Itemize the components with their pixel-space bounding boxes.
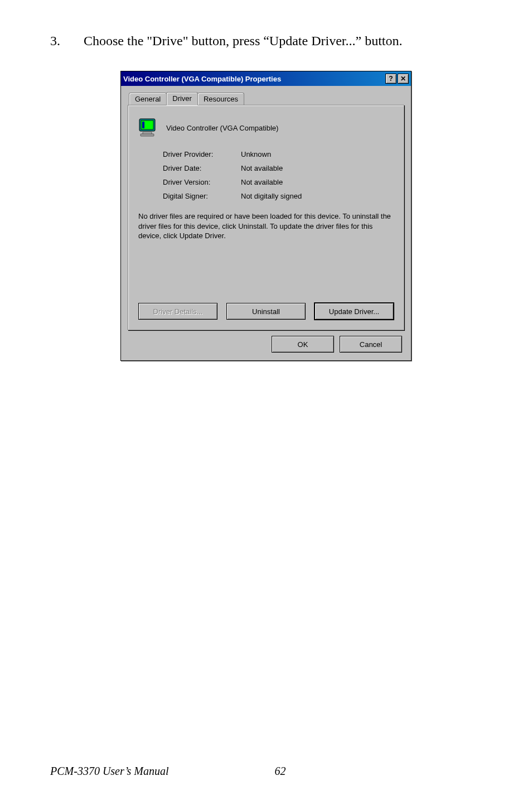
instruction-step: 3. Choose the "Drive" button, press “Upd… bbox=[50, 33, 482, 49]
dialog-buttons: OK Cancel bbox=[128, 330, 404, 354]
driver-properties: Driver Provider: Unknown Driver Date: No… bbox=[163, 150, 396, 200]
cancel-button[interactable]: Cancel bbox=[340, 336, 402, 353]
prop-row: Driver Date: Not available bbox=[163, 164, 396, 172]
prop-label-provider: Driver Provider: bbox=[163, 150, 241, 158]
page-footer: PCM-3370 User’s Manual 62 bbox=[50, 765, 482, 778]
step-number: 3. bbox=[50, 33, 67, 49]
tabs-row: General Driver Resources bbox=[129, 91, 404, 105]
ok-button[interactable]: OK bbox=[272, 336, 334, 353]
close-button[interactable]: ✕ bbox=[398, 74, 409, 84]
button-label: Update Driver... bbox=[329, 307, 379, 316]
svg-rect-4 bbox=[141, 134, 154, 136]
prop-value-version: Not available bbox=[241, 178, 396, 186]
tab-content: Video Controller (VGA Compatible) Driver… bbox=[128, 105, 404, 330]
tab-label: Resources bbox=[204, 95, 238, 103]
prop-row: Digital Signer: Not digitally signed bbox=[163, 192, 396, 200]
prop-row: Driver Version: Not available bbox=[163, 178, 396, 186]
prop-label-version: Driver Version: bbox=[163, 178, 241, 186]
device-header: Video Controller (VGA Compatible) bbox=[138, 118, 394, 138]
prop-value-provider: Unknown bbox=[241, 150, 396, 158]
svg-rect-3 bbox=[143, 132, 152, 134]
step-text: Choose the "Drive" button, press “Update… bbox=[84, 33, 482, 49]
dialog-title: Video Controller (VGA Compatible) Proper… bbox=[123, 75, 384, 83]
prop-label-signer: Digital Signer: bbox=[163, 192, 241, 200]
action-buttons: Driver Details... Uninstall Update Drive… bbox=[136, 303, 396, 320]
tab-driver[interactable]: Driver bbox=[166, 92, 198, 105]
dialog-body: General Driver Resources bbox=[121, 86, 411, 360]
button-label: OK bbox=[298, 340, 308, 349]
driver-details-button: Driver Details... bbox=[138, 303, 217, 320]
prop-label-date: Driver Date: bbox=[163, 164, 241, 172]
dialog-titlebar: Video Controller (VGA Compatible) Proper… bbox=[121, 71, 411, 86]
uninstall-button[interactable]: Uninstall bbox=[226, 303, 306, 320]
close-icon: ✕ bbox=[400, 75, 406, 82]
button-label: Driver Details... bbox=[153, 307, 203, 316]
svg-rect-2 bbox=[142, 122, 144, 128]
help-button[interactable]: ? bbox=[385, 74, 396, 84]
page-number: 62 bbox=[275, 765, 286, 778]
button-label: Uninstall bbox=[252, 307, 280, 316]
device-name: Video Controller (VGA Compatible) bbox=[166, 124, 278, 132]
tab-label: Driver bbox=[172, 94, 192, 103]
prop-value-date: Not available bbox=[241, 164, 396, 172]
prop-row: Driver Provider: Unknown bbox=[163, 150, 396, 158]
update-driver-button[interactable]: Update Driver... bbox=[315, 303, 394, 320]
prop-value-signer: Not digitally signed bbox=[241, 192, 396, 200]
button-label: Cancel bbox=[360, 340, 382, 349]
driver-description: No driver files are required or have bee… bbox=[138, 211, 394, 241]
tab-label: General bbox=[135, 95, 161, 103]
manual-title: PCM-3370 User’s Manual bbox=[50, 765, 169, 778]
help-icon: ? bbox=[389, 75, 393, 82]
properties-dialog: Video Controller (VGA Compatible) Proper… bbox=[120, 71, 412, 361]
tab-resources[interactable]: Resources bbox=[197, 93, 244, 105]
monitor-icon bbox=[138, 118, 158, 138]
tab-general[interactable]: General bbox=[129, 93, 167, 105]
